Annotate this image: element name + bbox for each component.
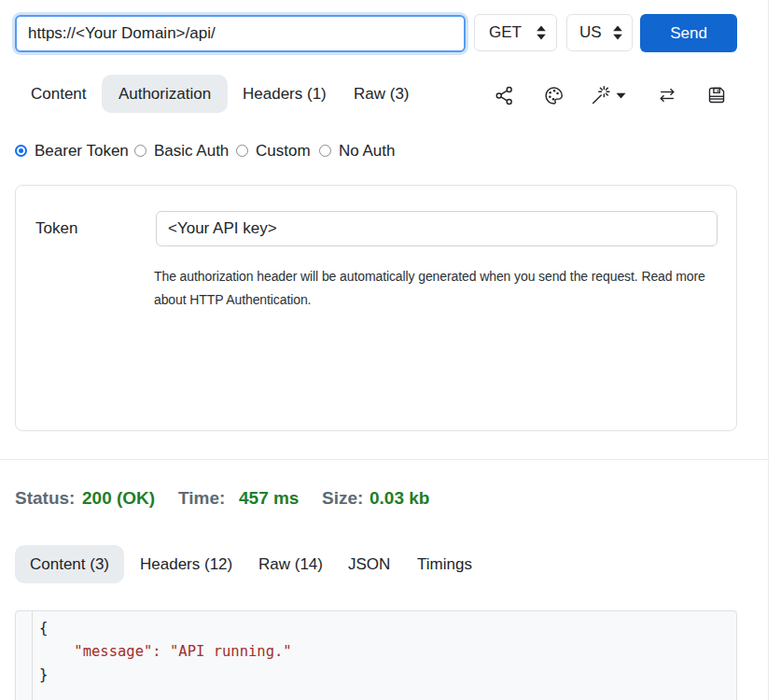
method-select-value: GET [489, 23, 522, 42]
auth-radio-label: Custom [256, 143, 311, 159]
size-value: 0.03 kb [370, 488, 429, 509]
radio-selected-icon [15, 145, 27, 157]
select-arrows-icon [536, 25, 547, 40]
tab-response-json[interactable]: JSON [348, 545, 390, 583]
json-open-brace: { [39, 617, 292, 640]
tab-response-timings[interactable]: Timings [417, 545, 472, 583]
auth-radio-label: Basic Auth [154, 143, 229, 159]
json-close-brace: } [39, 664, 292, 687]
auth-radio-label: Bearer Token [35, 143, 129, 159]
palette-icon [543, 85, 565, 106]
select-arrows-icon [612, 25, 623, 40]
authorization-panel: Token The authorization header will be a… [15, 185, 737, 431]
auth-radio-no-auth[interactable]: No Auth [319, 143, 396, 159]
code-gutter [16, 611, 33, 700]
auth-radio-bearer-token[interactable]: Bearer Token [15, 143, 129, 159]
response-status-bar: Status: 200 (OK) Time: 457 ms Size: 0.03… [0, 488, 768, 511]
token-label: Token [35, 219, 77, 238]
time-label: Time: [178, 488, 225, 509]
token-help-line2: about HTTP Authentication. [154, 288, 705, 312]
tab-response-content[interactable]: Content (3) [15, 545, 124, 583]
tab-response-raw[interactable]: Raw (14) [258, 545, 323, 583]
method-select[interactable]: GET [474, 14, 557, 51]
radio-unselected-icon [134, 145, 146, 157]
swap-button[interactable] [655, 83, 679, 107]
auth-radio-basic-auth[interactable]: Basic Auth [134, 143, 229, 159]
region-select[interactable]: US [566, 14, 633, 51]
theme-button[interactable] [541, 83, 565, 107]
auth-radio-custom[interactable]: Custom [236, 143, 311, 159]
region-select-value: US [579, 23, 602, 42]
save-button[interactable] [704, 83, 729, 107]
send-button[interactable]: Send [640, 14, 737, 52]
token-input[interactable] [156, 211, 718, 246]
tab-request-headers[interactable]: Headers (1) [228, 75, 342, 113]
status-label: Status: [15, 488, 75, 509]
size-label: Size: [322, 488, 363, 509]
save-icon [706, 85, 727, 105]
radio-unselected-icon [319, 145, 331, 157]
chevron-down-icon [616, 92, 626, 99]
share-button[interactable] [492, 83, 516, 107]
tab-request-raw[interactable]: Raw (3) [337, 75, 426, 113]
api-client-page: GET US Send Content Authorization Header… [0, 0, 781, 700]
tab-response-headers[interactable]: Headers (12) [140, 545, 232, 583]
url-input[interactable] [15, 15, 466, 52]
time-value: 457 ms [239, 488, 299, 509]
radio-unselected-icon [236, 145, 248, 157]
response-json: { "message": "API running." } [39, 617, 292, 687]
json-message-line: "message": "API running." [39, 640, 292, 664]
swap-arrows-icon [657, 85, 677, 105]
response-body-viewer[interactable]: { "message": "API running." } [15, 610, 737, 700]
status-value: 200 (OK) [82, 488, 155, 509]
token-help-line1: The authorization header will be automat… [154, 265, 705, 288]
magic-wand-icon [590, 85, 611, 106]
auth-radio-label: No Auth [339, 143, 396, 159]
content-right-border [768, 0, 769, 700]
token-help-text: The authorization header will be automat… [154, 265, 705, 312]
tab-request-authorization[interactable]: Authorization [102, 75, 228, 113]
share-icon [494, 85, 515, 106]
section-divider [0, 459, 768, 460]
beautify-menu-button[interactable] [590, 83, 627, 107]
tab-request-content[interactable]: Content [15, 75, 103, 113]
